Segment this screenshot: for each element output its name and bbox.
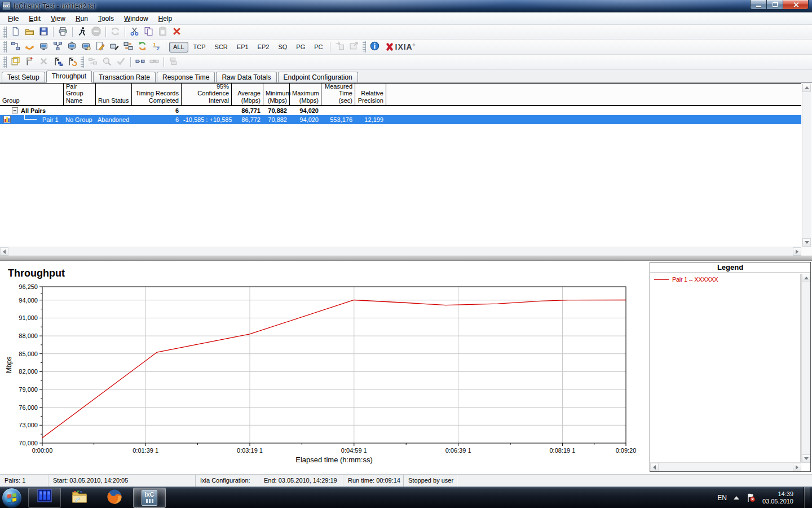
- save-button[interactable]: [37, 26, 51, 38]
- column-header-pair_group_name[interactable]: Pair GroupName: [64, 84, 96, 105]
- swap-endpoints-button[interactable]: [121, 41, 135, 53]
- taskbar-clock[interactable]: 14:39 03.05.2010: [762, 491, 793, 505]
- table-horizontal-scrollbar[interactable]: [0, 247, 801, 256]
- minimize-button[interactable]: [750, 0, 767, 10]
- column-header-group[interactable]: Group: [0, 84, 64, 105]
- taskbar-button-server-app[interactable]: [28, 488, 61, 508]
- menu-run[interactable]: Run: [70, 13, 93, 24]
- svg-text:0:03:19 1: 0:03:19 1: [237, 447, 263, 454]
- test-options-button[interactable]: [8, 56, 23, 68]
- view-filter-pc-button[interactable]: PC: [310, 42, 326, 52]
- scroll-down-button[interactable]: [802, 238, 811, 247]
- tab-throughput[interactable]: Throughput: [46, 71, 92, 83]
- add-video-multicast-button[interactable]: [65, 41, 79, 53]
- add-pair-icon: [11, 41, 20, 52]
- scroll-down-button[interactable]: [802, 454, 810, 463]
- tab-test-setup[interactable]: Test Setup: [2, 72, 45, 82]
- view-filter-tcp-button[interactable]: TCP: [189, 42, 210, 52]
- column-header-minimum[interactable]: Minimum(Mbps): [263, 84, 290, 105]
- column-header-measured_time[interactable]: MeasuredTime (sec): [321, 84, 355, 105]
- cell-pair_group_name: [64, 106, 96, 115]
- title-bar: IxC IxChariot Test - untitled2.tst: [0, 0, 812, 12]
- column-header-run_status[interactable]: Run Status: [96, 84, 132, 105]
- view-filter-ep1-button[interactable]: EP1: [233, 42, 253, 52]
- show-desktop-button[interactable]: [804, 487, 810, 508]
- cut-button[interactable]: [127, 26, 142, 38]
- column-header-confidence_interval[interactable]: 95% ConfidenceInterval: [182, 84, 232, 105]
- run-continuously-button[interactable]: [65, 56, 79, 68]
- taskbar-button-ixchariot[interactable]: IxC: [133, 488, 166, 508]
- view-filter-scr-button[interactable]: SCR: [211, 42, 232, 52]
- start-flag-button[interactable]: [23, 56, 37, 68]
- group-pairs-icon: [169, 56, 178, 68]
- tab-transaction-rate[interactable]: Transaction Rate: [93, 72, 156, 82]
- results-grid: GroupPair GroupNameRun StatusTiming Reco…: [0, 83, 801, 247]
- scroll-right-button[interactable]: [793, 247, 801, 256]
- info-button[interactable]: [368, 41, 382, 53]
- legend-horizontal-scrollbar[interactable]: [650, 462, 801, 471]
- scroll-up-button[interactable]: [802, 274, 810, 282]
- renumber-pairs-button[interactable]: 12: [149, 41, 164, 53]
- new-document-button[interactable]: [8, 26, 23, 38]
- replicate-pair-button[interactable]: [135, 41, 149, 53]
- collapse-button[interactable]: −: [12, 107, 18, 113]
- validate-results-icon: [116, 56, 126, 68]
- copy-button[interactable]: [142, 26, 156, 38]
- edit-pair-button[interactable]: [93, 41, 107, 53]
- close-button[interactable]: [783, 0, 809, 10]
- scroll-right-button[interactable]: [793, 463, 801, 471]
- taskbar-button-firefox[interactable]: [98, 488, 131, 508]
- view-filter-all-button[interactable]: ALL: [169, 42, 188, 52]
- scroll-left-button[interactable]: [0, 247, 8, 256]
- menu-window[interactable]: Window: [119, 13, 153, 24]
- show-hidden-icons-button[interactable]: [734, 493, 739, 500]
- menu-file[interactable]: File: [3, 13, 24, 24]
- run-test-button[interactable]: [75, 26, 89, 38]
- firefox-icon: [106, 488, 123, 507]
- table-row-all-pairs[interactable]: −All Pairs686,77170,88294,020: [0, 106, 801, 115]
- run-to-completion-button[interactable]: [51, 56, 65, 68]
- menu-tools[interactable]: Tools: [93, 13, 119, 24]
- add-pair-button[interactable]: [8, 41, 23, 53]
- menu-help[interactable]: Help: [153, 13, 178, 24]
- scroll-up-button[interactable]: [802, 84, 811, 92]
- application-window: IxC IxChariot Test - untitled2.tst FileE…: [0, 0, 812, 508]
- column-header-average[interactable]: Average(Mbps): [232, 84, 263, 105]
- info-icon: [370, 41, 379, 52]
- column-header-timing_records[interactable]: Timing RecordsCompleted: [132, 84, 182, 105]
- edit-script-button[interactable]: [107, 41, 121, 53]
- toolbar-separator: [130, 57, 131, 67]
- view-filter-pg-button[interactable]: PG: [292, 42, 309, 52]
- add-multicast-group-button[interactable]: [51, 41, 65, 53]
- pane-splitter[interactable]: [0, 256, 812, 261]
- action-center-flag-icon[interactable]: [746, 493, 756, 502]
- add-video-pair-button[interactable]: [37, 41, 51, 53]
- taskbar-button-explorer[interactable]: [63, 488, 96, 508]
- tab-raw-data-totals[interactable]: Raw Data Totals: [216, 72, 276, 82]
- table-vertical-scrollbar[interactable]: [802, 84, 811, 247]
- restore-button[interactable]: [767, 0, 783, 10]
- column-header-relative_precision[interactable]: RelativePrecision: [355, 84, 386, 105]
- toolbar-run: [0, 55, 812, 70]
- open-folder-button[interactable]: [23, 26, 37, 38]
- view-filter-sq-button[interactable]: SQ: [274, 42, 291, 52]
- link-endpoints-button[interactable]: [133, 56, 147, 68]
- language-indicator[interactable]: EN: [717, 494, 727, 502]
- delete-button[interactable]: [170, 26, 184, 38]
- column-header-maximum[interactable]: Maximum(Mbps): [290, 84, 321, 105]
- tab-response-time[interactable]: Response Time: [157, 72, 215, 82]
- menu-view[interactable]: View: [46, 13, 70, 24]
- legend-entry[interactable]: Pair 1 -- XXXXXX: [651, 274, 800, 283]
- scroll-left-button[interactable]: [650, 463, 659, 471]
- svg-text:85,000: 85,000: [19, 351, 38, 357]
- add-hardware-pair-button[interactable]: [79, 41, 93, 53]
- view-filter-ep2-button[interactable]: EP2: [254, 42, 273, 52]
- legend-vertical-scrollbar[interactable]: [801, 274, 810, 463]
- add-voip-pair-button[interactable]: [23, 41, 37, 53]
- table-row-pair-1[interactable]: Pair 1No GroupAbandoned6-10,585 : +10,58…: [0, 115, 801, 124]
- save-icon: [39, 27, 48, 38]
- menu-edit[interactable]: Edit: [24, 13, 46, 24]
- start-button[interactable]: [2, 488, 22, 508]
- tab-endpoint-configuration[interactable]: Endpoint Configuration: [278, 72, 358, 82]
- print-button[interactable]: [56, 26, 70, 38]
